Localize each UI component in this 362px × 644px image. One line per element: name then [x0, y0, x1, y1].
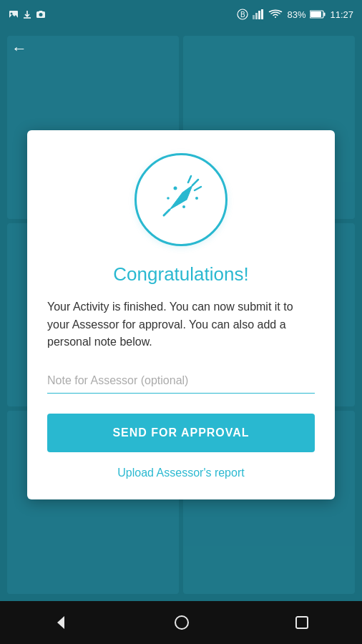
dialog-overlay: Congratulations! Your Activity is finish…: [0, 29, 362, 601]
celebration-icon: [155, 172, 207, 227]
camera-icon: [36, 9, 46, 19]
battery-icon: [310, 10, 326, 19]
dialog-title: Congratulations!: [113, 263, 248, 286]
status-icons: [9, 9, 46, 19]
bluetooth-icon: B: [237, 9, 248, 20]
svg-line-17: [188, 176, 191, 182]
nav-home-icon: [174, 615, 190, 630]
svg-rect-9: [255, 13, 258, 19]
svg-point-19: [195, 197, 198, 200]
dialog-body-text: Your Activity is finished. You can now s…: [47, 298, 315, 351]
svg-text:B: B: [240, 11, 245, 19]
status-bar: B 83% 11:27: [0, 0, 362, 29]
svg-point-20: [182, 205, 185, 208]
svg-rect-11: [261, 9, 263, 19]
svg-line-16: [195, 187, 201, 190]
svg-rect-13: [310, 11, 321, 17]
nav-back-icon: [53, 615, 69, 630]
svg-rect-5: [39, 11, 43, 12]
nav-back-button[interactable]: [53, 615, 69, 630]
svg-point-24: [175, 616, 188, 629]
image-icon: [9, 9, 19, 19]
nav-bar: [0, 601, 362, 644]
svg-rect-10: [258, 11, 260, 19]
svg-rect-25: [296, 617, 308, 628]
download-icon: [22, 9, 32, 19]
nav-home-button[interactable]: [174, 615, 190, 630]
svg-point-4: [39, 13, 43, 16]
svg-marker-23: [57, 616, 64, 629]
signal-icon: [253, 9, 264, 19]
svg-point-21: [167, 197, 170, 200]
nav-recent-icon: [295, 615, 309, 630]
send-approval-button[interactable]: SEND FOR APPROVAL: [47, 414, 315, 452]
svg-point-18: [174, 186, 177, 190]
nav-recent-button[interactable]: [295, 615, 309, 630]
svg-rect-14: [324, 13, 326, 16]
note-input[interactable]: [47, 369, 315, 394]
battery-percent: 83%: [287, 9, 305, 20]
time: 11:27: [330, 9, 353, 20]
wifi-icon: [268, 9, 283, 19]
svg-line-22: [164, 210, 170, 215]
upload-assessor-report-link[interactable]: Upload Assessor's report: [117, 467, 244, 479]
svg-line-15: [192, 180, 198, 185]
celebration-icon-circle: [134, 153, 228, 246]
congratulations-dialog: Congratulations! Your Activity is finish…: [27, 130, 335, 499]
svg-rect-8: [253, 15, 255, 19]
